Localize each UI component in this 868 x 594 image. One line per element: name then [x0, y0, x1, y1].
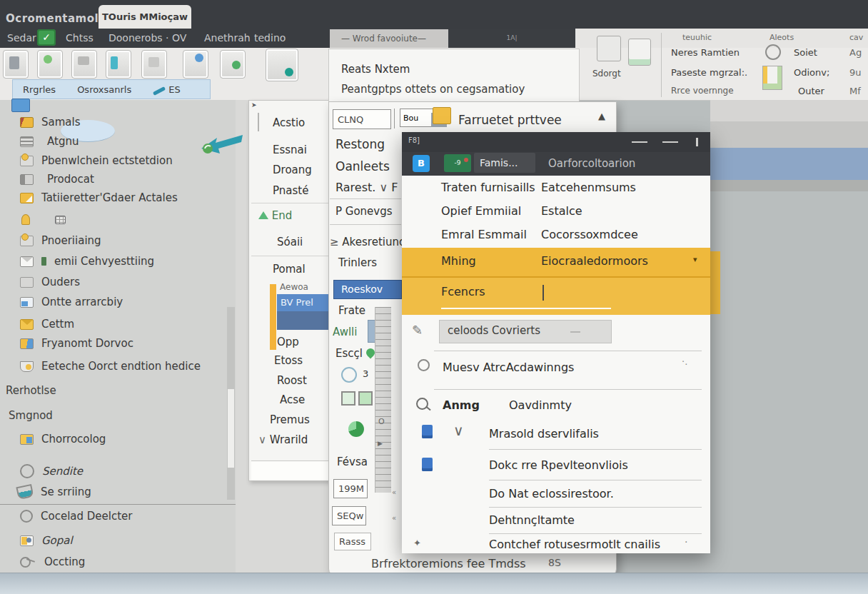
group-label-1[interactable]: Rrgrles — [23, 84, 56, 95]
menu-row[interactable]: Traten furnisaills Eatcehenmsums — [402, 176, 710, 199]
dialog-item-rarest[interactable]: Rarest. ∨ F — [335, 181, 398, 194]
panel1-item-premus[interactable]: Premus — [270, 413, 310, 426]
excel-green-icon[interactable]: -9 — [444, 154, 471, 172]
panel1-item-opp[interactable]: Opp — [277, 336, 299, 348]
menu-row-highlighted[interactable]: Mhing Eiocraaledormoors ▾ — [402, 248, 710, 278]
sidebar-item-chorrocolog[interactable]: Chorrocolog — [20, 433, 106, 446]
ribbon-col1-item2[interactable]: Paseste mgrzal:. — [671, 67, 747, 78]
sidebar-item-pnoeriiaing[interactable]: Pnoeriiaing — [20, 234, 101, 247]
dialog-item-frate[interactable]: Frate — [338, 304, 365, 317]
dialog-item-trinlers[interactable]: Trinlers — [338, 256, 377, 269]
popup-tab-famis[interactable]: Famis... — [474, 153, 535, 173]
menu-row-dokc[interactable]: Dokc rre Rpevlteonvliois — [402, 452, 710, 479]
panel1-item-essnai[interactable]: Essnai — [273, 144, 307, 156]
panel1-item-roost[interactable]: Roost — [277, 374, 307, 387]
sidebar-item-sendite[interactable]: Sendite — [20, 464, 83, 478]
panel1-item-pomal[interactable]: Pomal — [273, 263, 306, 276]
menu-row-highlighted-input[interactable]: Fcencrs — [402, 278, 710, 315]
panel1-item-acse[interactable]: Acse — [280, 393, 305, 406]
ribbon-list-icon[interactable] — [71, 50, 97, 79]
panel1-item-acstio[interactable]: Acstio — [273, 116, 305, 129]
ribbon-chat-icon[interactable] — [183, 50, 208, 79]
group-label-2[interactable]: Osroxsanrls — [77, 84, 131, 95]
sidebar-item-samals[interactable]: Samals — [20, 116, 81, 129]
bou-input[interactable] — [400, 109, 434, 127]
menu-row-donat[interactable]: Do Nat eclossirestoor. — [402, 482, 710, 506]
panel1-item-end[interactable]: End — [258, 209, 292, 222]
value-box-seqw[interactable]: SEQw — [332, 506, 366, 525]
sidebar-header-smgnod[interactable]: Smgnod — [9, 409, 53, 422]
ribbon-share-icon[interactable] — [266, 49, 298, 81]
ribbon-col2-item1[interactable]: Soiet — [794, 47, 817, 58]
menu-row[interactable]: Opief Emmiial Estalce — [402, 199, 710, 223]
panel1-item-aewoa[interactable]: Aewoa — [280, 282, 308, 292]
value-box-199m[interactable]: 199M — [333, 479, 368, 498]
menu-row-anmg[interactable]: Anmg Oavdinmty — [402, 393, 710, 421]
app-blue-icon[interactable]: B — [413, 155, 430, 172]
dialog-item-restong[interactable]: Restong — [335, 137, 385, 151]
bg-selected-row[interactable] — [710, 148, 868, 180]
ribbon-col3-item2[interactable]: 9u — [849, 67, 862, 78]
sidebar-item-eeteche[interactable]: Eeteche Oorct endtion hedice — [20, 360, 201, 373]
sidebar-item-prodocat[interactable]: Prodocat — [20, 173, 94, 186]
ribbon-clipboard-icon[interactable] — [220, 50, 246, 79]
clnq-box[interactable]: CLNQ — [333, 109, 391, 129]
panel1-item-droang[interactable]: Droang — [273, 163, 312, 176]
sidebar-item-gopal[interactable]: Gopal — [20, 534, 73, 547]
menu-row[interactable]: Emral Esmmail Cocorssoxmdcee — [402, 223, 710, 246]
ribbon-col2-item3[interactable]: Outer — [798, 86, 824, 96]
sidebar-item-pbenwlchein[interactable]: Pbenwlchein ectstetdion — [20, 154, 173, 167]
sidebar-item-ouders[interactable]: Ouders — [20, 276, 80, 288]
maximize-icon[interactable] — [662, 141, 678, 143]
sidebar-item-atgnu[interactable]: Atgnu — [20, 135, 79, 148]
ribbon-col2-item2[interactable]: Odionv; — [794, 67, 829, 78]
dialog-item-oanleets[interactable]: Oanleets — [335, 159, 390, 173]
panel1-item-soaii[interactable]: Sóaii — [277, 236, 303, 248]
sidebar-scrollbar-thumb[interactable] — [228, 389, 234, 468]
pie-green-icon[interactable] — [348, 421, 364, 437]
menu-anethrah[interactable]: Anethrah — [204, 32, 251, 44]
sidebar-item-cocelad[interactable]: Cocelad Deelcter — [20, 510, 132, 523]
sidebar-header-rerhotlse[interactable]: Rerhotlse — [6, 384, 56, 397]
close-icon[interactable] — [696, 138, 698, 146]
dialog-item-gonevgs[interactable]: P Gonevgs — [335, 205, 393, 218]
folder-yellow-icon[interactable] — [433, 107, 451, 124]
menu-row-celoods[interactable]: ✎ celoods Covrierts — [402, 320, 710, 346]
menu-row-muesv[interactable]: Muesv AtrcAcdawinngs ·. — [402, 355, 710, 386]
sidebar-item-sesrriing[interactable]: Se srriing — [17, 485, 91, 498]
square-green-icon[interactable] — [358, 391, 373, 406]
sidebar-item-occting[interactable]: Occting — [20, 555, 85, 568]
ribbon-book-icon[interactable] — [106, 50, 131, 79]
person-badge-icon[interactable] — [765, 44, 781, 60]
dialog-item-fevsa[interactable]: Févsa — [337, 455, 368, 468]
favorites-tab[interactable]: — Wrod favooiute— — [330, 29, 448, 48]
menu-sedar[interactable]: Sedar — [7, 32, 36, 44]
panel1-item-etoss[interactable]: Etoss — [274, 354, 303, 367]
ribbon-reply-icon[interactable] — [37, 50, 63, 79]
document-tab[interactable]: TOuris MMioçaw — [99, 5, 191, 29]
ribbon-col1-item3[interactable]: Rrce voernnge — [671, 86, 734, 96]
menu-row-contchef[interactable]: ✦ Contchef rotusesrmotlt cnailis · — [402, 535, 710, 553]
collapse-arrow-icon[interactable]: ▲ — [598, 111, 605, 121]
ribbon-col3-item3[interactable]: Mf — [849, 86, 861, 96]
page-lock-icon[interactable] — [628, 39, 651, 66]
minimize-icon[interactable] — [632, 141, 647, 143]
ribbon-new-item-icon[interactable] — [3, 50, 29, 79]
check-icon[interactable]: ✓ — [37, 29, 56, 46]
sidebar-item-tatiieretter[interactable]: Tatiieretter'Gdaer Actales — [20, 191, 178, 204]
hidden-tab[interactable]: 1A| — [448, 29, 575, 48]
ribbon-note-icon[interactable] — [141, 50, 167, 79]
clipboard-color-icon[interactable] — [762, 66, 782, 90]
square-green-icon[interactable] — [341, 391, 355, 406]
group-label-3[interactable]: ES — [153, 84, 180, 95]
circle-outline-icon[interactable] — [341, 367, 357, 383]
menu-tedino[interactable]: tedino — [254, 32, 286, 44]
panel1-item-pnaste[interactable]: Pnasté — [273, 184, 308, 197]
menu-doonerobs[interactable]: Doonerobs · OV — [108, 32, 186, 44]
printer-icon[interactable] — [597, 36, 621, 61]
dialog-item-awlli[interactable]: Awlli — [333, 326, 357, 338]
ribbon-col1-item1[interactable]: Neres Ramtien — [671, 47, 740, 58]
roeskov-button[interactable]: Roeskov — [333, 280, 402, 299]
ribbon-col3-item1[interactable]: Ag — [849, 47, 862, 58]
menu-row-mrasold[interactable]: ∨ Mrasold dservlifalis — [402, 421, 710, 449]
